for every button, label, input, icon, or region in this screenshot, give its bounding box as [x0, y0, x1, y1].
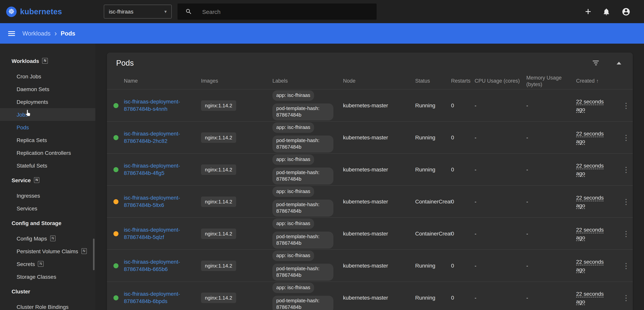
kebab-menu-icon[interactable]: ⋮	[619, 133, 633, 142]
column-header-labels[interactable]: Labels	[272, 78, 343, 85]
restarts-cell: 0	[451, 102, 474, 109]
kebab-menu-icon[interactable]: ⋮	[619, 101, 633, 110]
column-header-images[interactable]: Images	[201, 78, 272, 85]
table-row[interactable]: isc-fhiraas-deployment-87867484b-665b6 n…	[107, 250, 633, 282]
column-header-restarts[interactable]: Restarts	[451, 78, 474, 85]
brand[interactable]: ☸ kubernetes	[6, 6, 62, 17]
restarts-cell: 0	[451, 262, 474, 269]
pod-name-link[interactable]: isc-fhiraas-deployment-87867484b-665b6	[124, 258, 190, 273]
sidebar-item-config-maps[interactable]: Config MapsN	[0, 232, 95, 245]
pod-name-link[interactable]: isc-fhiraas-deployment-87867484b-2hc82	[124, 130, 190, 145]
status-dot-cell	[107, 135, 124, 140]
node-cell: kubernetes-master	[343, 166, 415, 173]
create-resource-icon[interactable]: +	[585, 6, 591, 17]
pod-name-link[interactable]: isc-fhiraas-deployment-87867484b-s4nnh	[124, 98, 190, 113]
name-cell: isc-fhiraas-deployment-87867484b-5qlzf	[124, 226, 201, 241]
sidebar-section-header[interactable]: Config and Storage	[0, 217, 95, 229]
image-chip: nginx:1.14.2	[201, 132, 236, 143]
pod-status-icon	[114, 135, 118, 140]
sidebar-scrollbar-thumb[interactable]	[93, 239, 94, 270]
column-header-status[interactable]: Status	[415, 78, 451, 85]
search-input[interactable]	[202, 8, 356, 15]
actions-cell: ⋮	[619, 261, 633, 270]
label-chip: app: isc-fhiraas	[272, 154, 314, 165]
column-header-cpu[interactable]: CPU Usage (cores)	[474, 78, 526, 85]
sidebar-item-secrets[interactable]: SecretsN	[0, 257, 95, 270]
images-cell: nginx:1.14.2	[201, 132, 272, 143]
sidebar-section-workloads: WorkloadsN Cron Jobs Daemon Sets Deploym…	[0, 55, 95, 172]
cpu-usage-cell: -	[474, 102, 526, 109]
name-cell: isc-fhiraas-deployment-87867484b-5ltx6	[124, 194, 201, 209]
sidebar-section-header[interactable]: ServiceN	[0, 174, 95, 186]
chevron-down-icon: ▾	[164, 9, 167, 14]
memory-usage-cell: -	[526, 230, 576, 237]
sidebar-section-header[interactable]: WorkloadsN	[0, 55, 95, 67]
breadcrumb-workloads[interactable]: Workloads	[22, 30, 50, 37]
table-row[interactable]: isc-fhiraas-deployment-87867484b-2hc82 n…	[107, 122, 633, 154]
namespace-selector[interactable]: isc-fhiraas ▾	[104, 5, 172, 19]
sidebar-item-deployments[interactable]: Deployments	[0, 95, 95, 108]
image-chip: nginx:1.14.2	[201, 164, 236, 175]
labels-cell: app: isc-fhiraaspod-template-hash: 87867…	[272, 186, 343, 216]
sidebar-item-cluster-role-bindings[interactable]: Cluster Role Bindings	[0, 300, 95, 310]
kebab-menu-icon[interactable]: ⋮	[619, 229, 633, 238]
sidebar-section-header[interactable]: Cluster	[0, 285, 95, 298]
sidebar-item-ingresses[interactable]: Ingresses	[0, 189, 95, 202]
status-dot-cell	[107, 295, 124, 300]
kebab-menu-icon[interactable]: ⋮	[619, 261, 633, 270]
table-row[interactable]: isc-fhiraas-deployment-87867484b-5ltx6 n…	[107, 186, 633, 218]
kebab-menu-icon[interactable]: ⋮	[619, 197, 633, 206]
card-header: Pods	[107, 53, 633, 73]
sidebar-item-replication-controllers[interactable]: Replication Controllers	[0, 146, 95, 159]
namespace-selected-value: isc-fhiraas	[109, 9, 134, 15]
created-cell: 22 seconds ago	[576, 162, 619, 177]
sidebar-item-stateful-sets[interactable]: Stateful Sets	[0, 159, 95, 172]
collapse-caret-icon[interactable]	[616, 62, 621, 64]
filter-icon[interactable]	[591, 59, 600, 67]
images-cell: nginx:1.14.2	[201, 164, 272, 175]
namespaced-badge: N	[38, 261, 44, 267]
image-chip: nginx:1.14.2	[201, 260, 236, 271]
pod-name-link[interactable]: isc-fhiraas-deployment-87867484b-4flg5	[124, 162, 190, 177]
breadcrumb-bar: Workloads › Pods	[0, 23, 644, 44]
pod-name-link[interactable]: isc-fhiraas-deployment-87867484b-5ltx6	[124, 194, 190, 209]
table-row[interactable]: isc-fhiraas-deployment-87867484b-4flg5 n…	[107, 154, 633, 186]
top-bar: ☸ kubernetes isc-fhiraas ▾ +	[0, 0, 644, 23]
sidebar-item-cron-jobs[interactable]: Cron Jobs	[0, 70, 95, 83]
sidebar-item-replica-sets[interactable]: Replica Sets	[0, 134, 95, 146]
notifications-bell-icon[interactable]	[602, 8, 610, 16]
table-row[interactable]: isc-fhiraas-deployment-87867484b-s4nnh n…	[107, 90, 633, 122]
kebab-menu-icon[interactable]: ⋮	[619, 293, 633, 302]
account-circle-icon[interactable]	[622, 7, 630, 16]
table-row[interactable]: isc-fhiraas-deployment-87867484b-6bpds n…	[107, 282, 633, 310]
hamburger-menu-icon[interactable]	[8, 30, 15, 37]
main-content: Pods Name Images Labels Node Status Rest…	[95, 44, 644, 310]
sidebar-item-storage-classes[interactable]: Storage Classes	[0, 270, 95, 283]
kebab-menu-icon[interactable]: ⋮	[619, 165, 633, 174]
column-header-created[interactable]: Created ↑	[576, 78, 619, 85]
restarts-cell: 0	[451, 198, 474, 205]
created-tooltip-text: 22 seconds ago	[576, 194, 609, 209]
status-dot-cell	[107, 231, 124, 236]
column-header-node[interactable]: Node	[343, 78, 415, 85]
memory-usage-cell: -	[526, 166, 576, 173]
pod-name-link[interactable]: isc-fhiraas-deployment-87867484b-6bpds	[124, 290, 190, 305]
images-cell: nginx:1.14.2	[201, 292, 272, 303]
namespaced-badge: N	[81, 248, 87, 254]
column-header-name[interactable]: Name	[124, 78, 201, 85]
label-chip: pod-template-hash: 87867484b	[272, 296, 334, 310]
table-row[interactable]: isc-fhiraas-deployment-87867484b-5qlzf n…	[107, 218, 633, 250]
labels-cell: app: isc-fhiraaspod-template-hash: 87867…	[272, 282, 343, 310]
sidebar-item-daemon-sets[interactable]: Daemon Sets	[0, 83, 95, 95]
sidebar-item-pods[interactable]: Pods	[0, 121, 95, 134]
sidebar-item-persistent-volume-claims[interactable]: Persistent Volume ClaimsN	[0, 245, 95, 257]
label-chip: pod-template-hash: 87867484b	[272, 232, 334, 249]
pod-name-link[interactable]: isc-fhiraas-deployment-87867484b-5qlzf	[124, 226, 190, 241]
sidebar-section-cluster: Cluster Cluster Role Bindings	[0, 285, 95, 310]
sidebar-item-services[interactable]: Services	[0, 202, 95, 215]
column-header-memory[interactable]: Memory Usage (bytes)	[526, 75, 576, 88]
search-bar	[178, 4, 376, 20]
actions-cell: ⋮	[619, 101, 633, 110]
sidebar-item-jobs[interactable]: Jobs	[0, 108, 95, 121]
status-cell: Running	[415, 262, 451, 269]
